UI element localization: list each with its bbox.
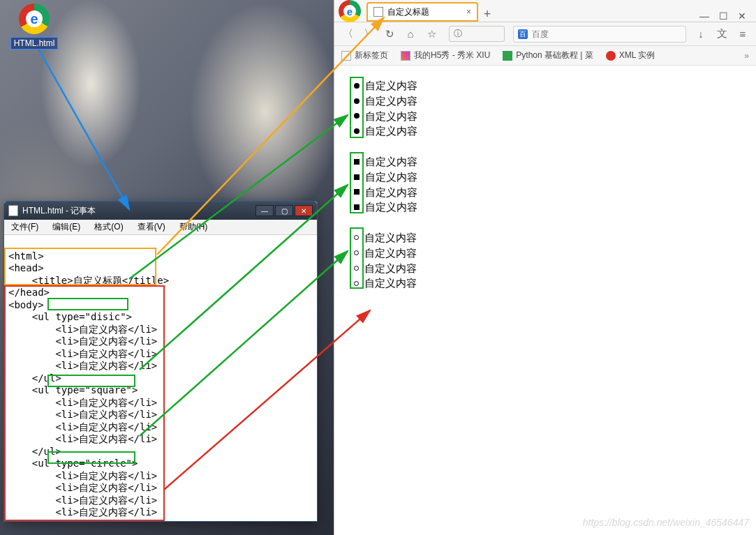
notepad-content[interactable]: <html> <head> <title>自定义标题</title> </hea… [4,235,317,521]
desktop-file-icon[interactable]: e HTML.html [7,3,61,50]
page-icon [373,7,383,17]
list-item: 自定义内容 [348,109,749,124]
menu-format[interactable]: 格式(O) [87,220,130,234]
list-item: 自定义内容 [348,154,749,169]
bullet-square-icon [354,159,360,165]
bookmark-python[interactable]: Python 基础教程 | 菜 [503,50,593,61]
reload-icon[interactable]: ↻ [383,28,396,40]
desktop-file-label: HTML.html [10,37,59,50]
bookmarks-bar: 新标签页 我的H5秀 - 秀米 XIU Python 基础教程 | 菜 XML … [334,46,756,66]
browser-window: e 自定义标题 × + — ☐ ✕ 〈 〉 ↻ ⌂ ☆ ⓘ 百 [334,0,756,535]
search-input[interactable] [532,29,681,39]
menu-help[interactable]: 帮助(H) [172,220,215,234]
list-item: 自定义内容 [348,261,749,276]
tab-row: e 自定义标题 × + — ☐ ✕ [334,0,756,22]
bullet-disc-icon [354,113,360,119]
list-item: 自定义内容 [348,246,749,261]
download-icon[interactable]: ↓ [695,28,707,40]
browser-icon: e [19,3,50,34]
browser-header: e 自定义标题 × + — ☐ ✕ 〈 〉 ↻ ⌂ ☆ ⓘ 百 [334,0,756,66]
list-item: 自定义内容 [348,169,749,185]
back-icon[interactable]: 〈 [341,28,354,40]
bullet-circle-icon [354,235,359,240]
bullet-circle-icon [354,281,359,286]
baidu-icon: 百 [518,29,528,39]
tab-close-icon[interactable]: × [466,7,471,17]
browser-toolbar: 〈 〉 ↻ ⌂ ☆ ⓘ 百 ↓ 文 ≡ [334,22,756,46]
close-button[interactable]: ✕ [295,205,313,216]
notepad-titlebar[interactable]: HTML.html - 记事本 — ▢ ✕ [4,202,317,220]
bullet-circle-icon [354,250,359,255]
favicon-icon [503,51,512,61]
favicon-icon [606,51,616,61]
win-close-icon[interactable]: ✕ [738,10,746,22]
info-icon[interactable]: ⓘ [454,28,462,40]
document-icon [8,205,18,216]
tab-title: 自定义标题 [387,6,429,18]
favicon-icon [341,51,351,61]
favicon-icon [401,51,410,61]
list-item: 自定义内容 [348,185,749,200]
notepad-menubar: 文件(F) 编辑(E) 格式(O) 查看(V) 帮助(H) [4,220,317,235]
bullet-circle-icon [354,266,359,271]
translate-icon[interactable]: 文 [716,28,728,40]
bullet-disc-icon [354,128,360,134]
win-maximize-icon[interactable]: ☐ [719,10,728,22]
minimize-button[interactable]: — [255,205,274,216]
bullet-disc-icon [354,83,360,89]
star-icon[interactable]: ☆ [425,28,438,40]
bullet-square-icon [354,174,360,180]
list-item: 自定义内容 [348,230,749,246]
bookmarks-more-icon[interactable]: » [744,51,749,61]
bullet-square-icon [354,189,360,195]
page-content: 自定义内容 自定义内容 自定义内容 自定义内容 自定义内容 自定义内容 自定义内… [334,66,756,535]
forward-icon[interactable]: 〉 [362,28,375,40]
bookmark-newtab[interactable]: 新标签页 [341,50,388,61]
list-item: 自定义内容 [348,78,749,93]
address-bar[interactable]: ⓘ [449,26,505,42]
list-item: 自定义内容 [348,276,749,291]
tab-active[interactable]: 自定义标题 × [366,2,478,22]
bookmark-h5[interactable]: 我的H5秀 - 秀米 XIU [401,50,490,61]
notepad-window: HTML.html - 记事本 — ▢ ✕ 文件(F) 编辑(E) 格式(O) … [3,201,318,522]
menu-edit[interactable]: 编辑(E) [45,220,87,234]
list-item: 自定义内容 [348,93,749,109]
bookmark-xml[interactable]: XML 实例 [606,50,655,61]
maximize-button[interactable]: ▢ [275,205,293,216]
list-disc: 自定义内容 自定义内容 自定义内容 自定义内容 [348,78,749,139]
list-circle: 自定义内容 自定义内容 自定义内容 自定义内容 [348,230,749,291]
bullet-disc-icon [354,98,360,104]
watermark: https://blog.csdn.net/weixin_46546447 [583,517,749,528]
list-item: 自定义内容 [348,123,749,139]
new-tab-button[interactable]: + [478,7,496,22]
list-square: 自定义内容 自定义内容 自定义内容 自定义内容 [348,154,749,215]
search-box[interactable]: 百 [513,26,686,43]
notepad-title: HTML.html - 记事本 [22,205,96,217]
menu-view[interactable]: 查看(V) [131,220,172,234]
win-minimize-icon[interactable]: — [699,10,709,22]
bullet-square-icon [354,204,360,210]
window-controls: — ☐ ✕ [699,6,756,22]
list-item: 自定义内容 [348,199,749,215]
menu-file[interactable]: 文件(F) [4,220,45,234]
menu-icon[interactable]: ≡ [736,28,749,40]
home-icon[interactable]: ⌂ [404,28,417,40]
highlight-ul1-attr [47,298,128,310]
browser-logo-icon: e [339,0,361,22]
